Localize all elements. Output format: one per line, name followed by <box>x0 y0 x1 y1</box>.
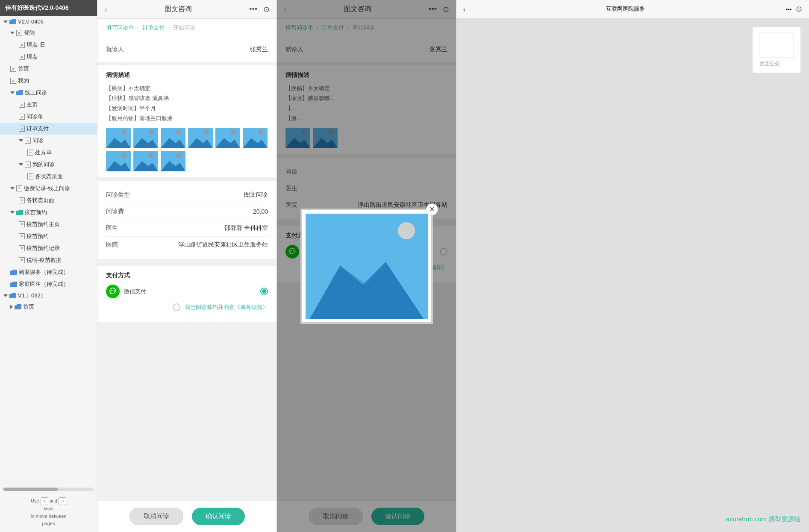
back-button[interactable]: ‹ <box>104 4 107 14</box>
svg-marker-8 <box>161 161 185 171</box>
svg-marker-3 <box>188 138 212 148</box>
wechat-radio[interactable] <box>260 288 268 295</box>
thumb-1[interactable] <box>106 128 131 148</box>
wechat-label: 微信支付 <box>124 288 146 295</box>
sidebar-item-mine[interactable]: ≡ 我的 <box>0 75 97 87</box>
folder-icon <box>15 304 21 309</box>
sidebar-label: 疫苗预约记录 <box>26 244 60 252</box>
sidebar-item-home-service[interactable]: 到家服务（待完成） <box>0 266 97 278</box>
settings-icon[interactable]: ⊙ <box>263 5 270 14</box>
sidebar-item-online-consult[interactable]: 线上问诊 <box>0 87 97 99</box>
sidebar-item-payment-record[interactable]: ≡ 缴费记录-线上问诊 <box>0 182 97 194</box>
page-icon: ≡ <box>19 126 25 132</box>
sidebar-tree: V2.0-0406 ≡ 登陆 ≡ 埋点-旧 ≡ 埋点 ≡ 首页 <box>0 16 97 486</box>
sidebar-item-main[interactable]: ≡ 主页 <box>0 99 97 111</box>
payment-title: 支付方式 <box>106 272 268 279</box>
settings-icon-3[interactable]: ⊙ <box>796 5 802 13</box>
panel3-body: 关注公众 <box>456 18 809 532</box>
sidebar-item-burying-old[interactable]: ≡ 埋点-旧 <box>0 39 97 51</box>
folder-icon <box>16 90 23 95</box>
doctor-label: 医生 <box>106 224 118 232</box>
sidebar-item-vaccine[interactable]: 疫苗预约 <box>0 206 97 218</box>
svg-point-9 <box>111 290 112 291</box>
sidebar-item-login[interactable]: ≡ 登陆 <box>0 27 97 39</box>
panel1-header: ‹ 图文咨询 ••• ⊙ <box>97 0 277 19</box>
sidebar-item-my-consult[interactable]: ≡ 我的问诊 <box>0 159 97 170</box>
move-text: to move between <box>31 514 67 519</box>
progress-step2: 订单支付 <box>142 24 165 32</box>
sidebar-item-consultation[interactable]: ≡ 问诊 <box>0 135 97 147</box>
sidebar-item-vaccine-home[interactable]: ≡ 疫苗预约主页 <box>0 218 97 230</box>
sidebar-item-prescription[interactable]: ≡ 处方单 <box>0 147 97 159</box>
sidebar-item-vaccine-record[interactable]: ≡ 疫苗预约记录 <box>0 242 97 254</box>
cancel-button[interactable]: 取消问诊 <box>129 508 183 525</box>
confirm-button[interactable]: 确认问诊 <box>192 508 245 525</box>
sidebar-item-order-form[interactable]: ≡ 问诊单 <box>0 111 97 123</box>
svg-point-10 <box>114 290 115 291</box>
thumb-2[interactable] <box>133 128 158 148</box>
info-section: 问诊类型 图文问诊 问诊费 20.00 医生 邵蓉蓉 全科科室 医院 浮山路街道… <box>97 181 277 262</box>
header-icons-3: ••• ⊙ <box>786 4 802 14</box>
arrow-icon <box>10 91 15 94</box>
panel1-body: 就诊人 张秀兰 病情描述 【疾病】不太确定 【症状】感冒咳嗽 流鼻涕 【发病时间… <box>97 37 277 500</box>
sidebar-label: 疫苗预约 <box>25 209 47 216</box>
sidebar-item-v1[interactable]: V1.1-0321 <box>0 290 97 301</box>
panel1-buttons: 取消问诊 确认问诊 <box>97 500 277 532</box>
sidebar-label: 各状态页面 <box>26 197 54 204</box>
page-icon: ≡ <box>10 78 16 84</box>
more-icon[interactable]: ••• <box>249 5 257 14</box>
thumb-7[interactable] <box>106 151 131 171</box>
sidebar-label: 家庭医生（待完成） <box>19 280 69 288</box>
thumb-8[interactable] <box>133 151 158 171</box>
sidebar-item-family-doctor[interactable]: 家庭医生（待完成） <box>0 278 97 290</box>
arrow-icon <box>19 163 23 166</box>
page-icon: ≡ <box>19 54 25 60</box>
sky-icon <box>398 222 415 239</box>
agreement-link[interactable]: 我已阅读签约并同意《服务须知》 <box>185 303 268 311</box>
thumb-5[interactable] <box>215 128 240 148</box>
arrow-icon <box>10 187 15 190</box>
svg-marker-16 <box>309 262 423 318</box>
sidebar-item-payment-status[interactable]: ≡ 各状态页面 <box>0 194 97 206</box>
sidebar-item-burying[interactable]: ≡ 埋点 <box>0 51 97 63</box>
thumb-4[interactable] <box>188 128 213 148</box>
agreement-radio[interactable] <box>173 303 180 311</box>
sidebar-label: 首页 <box>23 303 34 311</box>
sidebar-item-v2[interactable]: V2.0-0406 <box>0 16 97 27</box>
wechat-icon <box>106 285 120 298</box>
fee-label: 问诊费 <box>106 208 124 215</box>
sidebar-item-vaccine-data[interactable]: ≡ 说明-疫苗数据 <box>0 254 97 266</box>
svg-marker-2 <box>161 138 185 148</box>
doctor-row: 医生 邵蓉蓉 全科科室 <box>106 220 268 237</box>
wechat-payment-option[interactable]: 微信支付 <box>106 285 268 298</box>
sidebar-label: 埋点 <box>26 53 38 61</box>
sidebar-label: 主页 <box>26 101 38 109</box>
sidebar-item-home[interactable]: ≡ 首页 <box>0 63 97 75</box>
phone-panel-1: ‹ 图文咨询 ••• ⊙ 填写问诊单 › 订单支付 › 开始问诊 就诊人 张秀兰 <box>97 0 277 532</box>
thumb-9[interactable] <box>161 151 185 171</box>
modal-overlay[interactable]: ✕ <box>277 0 456 532</box>
thumb-3[interactable] <box>161 128 185 148</box>
nav-hint: Use ◁ and ▷ keys to move between pages <box>4 497 93 528</box>
svg-marker-4 <box>215 138 240 148</box>
sidebar-label: 登陆 <box>24 29 35 37</box>
sidebar-item-vaccine-appoint[interactable]: ≡ 疫苗预约 <box>0 230 97 242</box>
sidebar-item-status-page[interactable]: ≡ 各状态页面 <box>0 170 97 182</box>
back-button-3[interactable]: ‹ <box>463 6 465 12</box>
page-icon: ≡ <box>19 114 25 120</box>
folder-icon <box>9 293 16 298</box>
modal-box: ✕ <box>300 209 433 324</box>
patient-label: 就诊人 <box>106 46 124 53</box>
patient-row: 就诊人 张秀兰 <box>106 43 268 56</box>
use-text: Use <box>31 498 39 503</box>
sidebar-item-order-payment[interactable]: ≡ 订单支付 <box>0 123 97 135</box>
progress-arrow2: › <box>168 25 170 31</box>
modal-close-button[interactable]: ✕ <box>426 203 438 215</box>
condition-title: 病情描述 <box>106 71 268 79</box>
agreement-row: 我已阅读签约并同意《服务须知》 <box>106 303 268 311</box>
modal-image <box>306 214 428 319</box>
more-icon-3[interactable]: ••• <box>786 6 792 13</box>
hospital-label: 医院 <box>106 241 118 249</box>
thumb-6[interactable] <box>243 128 268 148</box>
sidebar-item-v1-home[interactable]: 首页 <box>0 301 97 313</box>
